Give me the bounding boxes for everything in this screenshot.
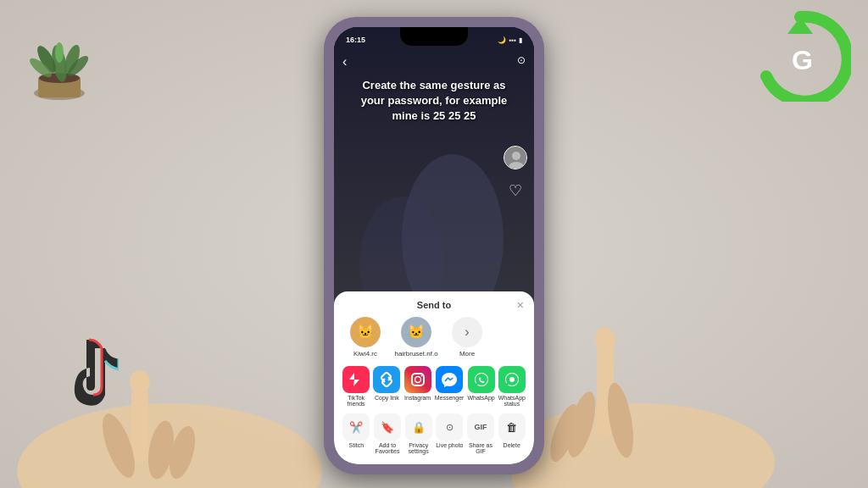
app-copy-link[interactable]: Copy link	[373, 366, 400, 407]
creator-avatar[interactable]	[504, 146, 527, 169]
moon-icon: 🌙	[498, 36, 506, 44]
delete-icon: 🗑	[498, 413, 526, 441]
stitch-label: Stitch	[349, 442, 364, 448]
signal-icon: ▪▪▪	[509, 36, 516, 44]
copy-link-icon	[373, 366, 400, 393]
app-whatsapp[interactable]: WhatsApp	[467, 366, 494, 407]
svg-text:G: G	[792, 45, 813, 75]
contact-avatar-2: 🐱	[401, 317, 431, 347]
live-photo-icon: ⊙	[436, 413, 463, 441]
share-sheet: Send to × 🐱 Kiwi4.rc	[334, 291, 534, 464]
phone: 16:15 🌙 ▪▪▪ ▮	[324, 17, 544, 474]
whatsapp-status-label: WhatsApp status	[498, 395, 526, 407]
more-label: More	[459, 350, 475, 358]
battery-icon: ▮	[519, 36, 522, 44]
status-time: 16:15	[346, 36, 365, 44]
share-gif-label: Share as GIF	[467, 442, 495, 454]
share-apps-row: TikTok friends Copy link	[341, 366, 527, 407]
svg-point-39	[509, 377, 515, 382]
svg-text:🐱: 🐱	[408, 324, 425, 340]
live-photo-label: Live photo	[436, 442, 463, 448]
share-contacts-row: 🐱 Kiwi4.rc 🐱 hairbruset.nf.o	[341, 317, 527, 358]
add-favorites-label: Add to Favorites	[374, 442, 402, 454]
stitch-icon: ✂️	[342, 413, 370, 441]
video-overlay-text: Create the same gesture as your password…	[351, 78, 517, 125]
app-instagram[interactable]: Instagram	[404, 366, 431, 407]
add-favorites-icon: 🔖	[374, 413, 401, 441]
app-tiktok-friends[interactable]: TikTok friends	[342, 366, 370, 407]
action-share-gif[interactable]: GIF Share as GIF	[467, 413, 495, 454]
left-hand	[0, 251, 356, 488]
action-stitch[interactable]: ✂️ Stitch	[342, 413, 370, 454]
side-actions: ♡	[504, 146, 527, 200]
svg-point-19	[595, 327, 615, 352]
share-gif-icon: GIF	[467, 413, 494, 441]
svg-point-36	[420, 375, 422, 377]
action-add-favorites[interactable]: 🔖 Add to Favorites	[374, 413, 402, 454]
contact-avatar-1: 🐱	[350, 317, 381, 347]
instagram-icon	[404, 366, 431, 393]
delete-label: Delete	[504, 442, 520, 448]
action-privacy[interactable]: 🔒 Privacy settings	[404, 413, 432, 454]
svg-point-27	[512, 152, 520, 160]
heart-icon[interactable]: ♡	[509, 181, 522, 200]
privacy-icon: 🔒	[405, 413, 432, 441]
messenger-label: Messenger	[435, 395, 465, 401]
action-live-photo[interactable]: ⊙ Live photo	[436, 413, 464, 454]
instagram-label: Instagram	[404, 395, 431, 401]
tiktok-friends-icon	[342, 366, 370, 393]
search-icon[interactable]: ⊙	[517, 54, 526, 66]
svg-point-35	[415, 377, 420, 383]
privacy-label: Privacy settings	[404, 442, 432, 454]
phone-body: 16:15 🌙 ▪▪▪ ▮	[324, 17, 544, 474]
back-arrow[interactable]: ‹	[342, 54, 347, 69]
share-actions-row: ✂️ Stitch 🔖 Add to Favorites 🔒 Privacy s…	[341, 413, 527, 454]
action-delete[interactable]: 🗑 Delete	[498, 413, 526, 454]
svg-point-8	[55, 42, 64, 63]
share-sheet-title: Send to	[417, 300, 451, 310]
app-messenger[interactable]: Messenger	[435, 366, 465, 407]
green-power-logo: G	[749, 8, 851, 102]
whatsapp-label: WhatsApp	[467, 395, 494, 401]
svg-point-13	[130, 370, 150, 394]
more-item[interactable]: › More	[446, 317, 488, 358]
contact-item-1[interactable]: 🐱 Kiwi4.rc	[344, 317, 387, 358]
svg-rect-12	[131, 386, 148, 463]
messenger-icon	[436, 366, 463, 393]
phone-screen: 16:15 🌙 ▪▪▪ ▮	[334, 27, 534, 464]
tiktok-friends-label: TikTok friends	[342, 395, 370, 407]
copy-link-label: Copy link	[375, 395, 399, 401]
plant-decoration	[0, 0, 119, 102]
svg-marker-33	[349, 373, 359, 386]
whatsapp-status-icon	[498, 366, 526, 393]
right-hand	[512, 234, 834, 488]
phone-notch	[400, 27, 468, 46]
app-whatsapp-status[interactable]: WhatsApp status	[498, 366, 526, 407]
contact-name-1: Kiwi4.rc	[353, 350, 377, 358]
whatsapp-icon	[468, 366, 495, 393]
svg-text:🐱: 🐱	[357, 324, 374, 340]
share-close-button[interactable]: ×	[517, 298, 524, 312]
share-header: Send to ×	[341, 300, 527, 310]
more-button[interactable]: ›	[452, 317, 482, 347]
contact-name-2: hairbruset.nf.o	[394, 350, 437, 358]
status-icons: 🌙 ▪▪▪ ▮	[498, 36, 522, 44]
contact-item-2[interactable]: 🐱 hairbruset.nf.o	[395, 317, 437, 358]
